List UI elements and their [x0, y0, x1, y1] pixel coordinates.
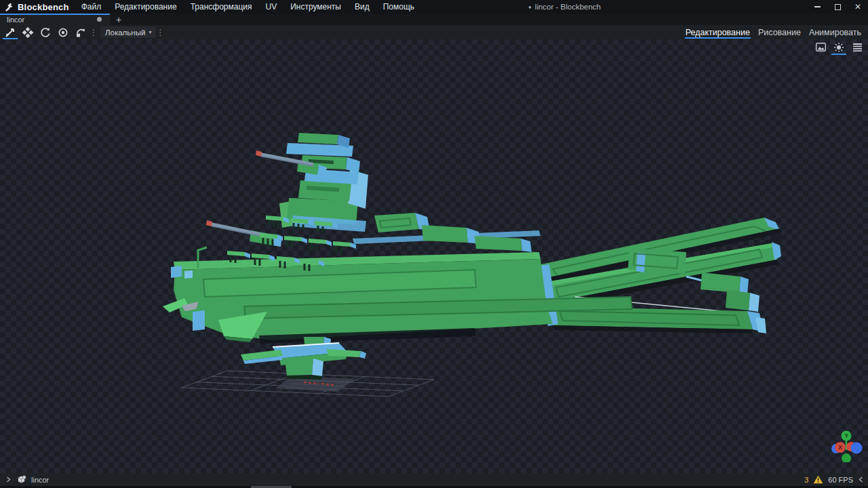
menu-transform[interactable]: Трансформация: [184, 0, 259, 14]
warning-icon[interactable]: [813, 475, 823, 484]
outliner-object-label[interactable]: lincor: [31, 476, 49, 484]
app-logo: Blockbench: [0, 2, 75, 12]
tab-unsaved-dot[interactable]: [97, 17, 102, 22]
maximize-icon: [835, 4, 841, 10]
image-icon: [816, 43, 826, 52]
transform-space-value: Локальный: [105, 28, 145, 37]
mode-tabs: Редактирование Рисование Анимировать: [682, 25, 865, 39]
blockbench-logo-icon: [5, 2, 14, 12]
chevron-right-icon[interactable]: [5, 476, 12, 483]
rotate-tool-button[interactable]: [37, 25, 54, 39]
tab-lincor[interactable]: lincor: [0, 14, 110, 25]
minimize-button[interactable]: [807, 0, 827, 14]
blockbench-window: Blockbench Файл Редактирование Трансформ…: [0, 0, 868, 488]
main-toolbar: ⋮ Локальный ▾ ⋮ Редактирование Рисование…: [0, 25, 868, 39]
axis-z-ball: [851, 443, 863, 454]
menu-lines-icon: [852, 43, 863, 52]
mode-tab-animate[interactable]: Анимировать: [805, 25, 865, 39]
resize-tool-button[interactable]: [19, 25, 37, 39]
menu-uv[interactable]: UV: [258, 0, 283, 14]
axis-y-neg-ball: [842, 453, 851, 462]
status-bar: lincor 3 60 FPS: [0, 473, 868, 486]
transform-space-dropdown[interactable]: Локальный ▾: [100, 26, 156, 38]
viewport-menu-button[interactable]: [850, 41, 864, 53]
chevron-down-icon: ▾: [149, 29, 151, 35]
ship-stern: [538, 218, 783, 333]
window-controls: ✕: [807, 0, 868, 14]
ship-display-stand: [241, 337, 366, 380]
mode-tab-paint[interactable]: Рисование: [754, 25, 805, 39]
move-tool-button[interactable]: [1, 25, 19, 39]
shading-toggle-button[interactable]: [832, 41, 846, 53]
unsaved-dot-icon: ●: [528, 4, 532, 10]
vertex-snap-tool-icon: [75, 27, 86, 38]
menu-edit[interactable]: Редактирование: [108, 0, 183, 14]
maximize-button[interactable]: [827, 0, 848, 14]
resize-tool-icon: [22, 27, 33, 38]
warning-count[interactable]: 3: [804, 476, 808, 484]
title-bar: Blockbench Файл Редактирование Трансформ…: [0, 0, 868, 14]
viewport[interactable]: X Y: [0, 39, 868, 473]
app-name: Blockbench: [18, 2, 69, 12]
background-image-button[interactable]: [814, 41, 827, 53]
mode-tab-edit[interactable]: Редактирование: [682, 25, 754, 39]
battleship-model[interactable]: [163, 133, 783, 380]
menu-bar: Файл Редактирование Трансформация UV Инс…: [75, 0, 421, 14]
tab-label: lincor: [7, 16, 97, 24]
axis-x-label: X: [838, 444, 842, 451]
window-title-text: lincor - Blockbench: [535, 3, 601, 11]
status-right: 3 60 FPS: [804, 475, 868, 484]
viewport-quick-controls: [814, 41, 864, 53]
fps-counter: 60 FPS: [828, 476, 853, 484]
viewport-canvas[interactable]: [0, 39, 868, 473]
menu-help[interactable]: Помощь: [376, 0, 421, 14]
menu-tools[interactable]: Инструменты: [283, 0, 348, 14]
toolbar-overflow-icon[interactable]: ⋮: [90, 28, 98, 37]
new-tab-button[interactable]: +: [110, 14, 127, 25]
rotate-tool-icon: [40, 27, 51, 38]
close-button[interactable]: ✕: [848, 0, 868, 14]
pivot-tool-button[interactable]: [54, 25, 72, 39]
vertex-snap-tool-button[interactable]: [72, 25, 90, 39]
sun-icon: [833, 42, 844, 53]
axis-gizmo[interactable]: X Y: [827, 424, 865, 462]
move-tool-icon: [5, 27, 16, 38]
axis-y-label: Y: [844, 432, 848, 439]
toolbar-overflow-icon-2[interactable]: ⋮: [156, 28, 164, 37]
window-title: ● lincor - Blockbench: [528, 0, 601, 14]
minimize-icon: [814, 6, 821, 7]
close-icon: ✕: [854, 3, 861, 11]
status-left: lincor: [0, 475, 49, 484]
project-format-icon: [16, 475, 26, 484]
project-tab-bar: lincor +: [0, 14, 868, 25]
menu-file[interactable]: Файл: [75, 0, 108, 14]
chevron-left-icon[interactable]: [858, 476, 864, 483]
menu-view[interactable]: Вид: [348, 0, 376, 14]
ship-superstructure: [279, 133, 368, 232]
pivot-tool-icon: [58, 27, 68, 38]
